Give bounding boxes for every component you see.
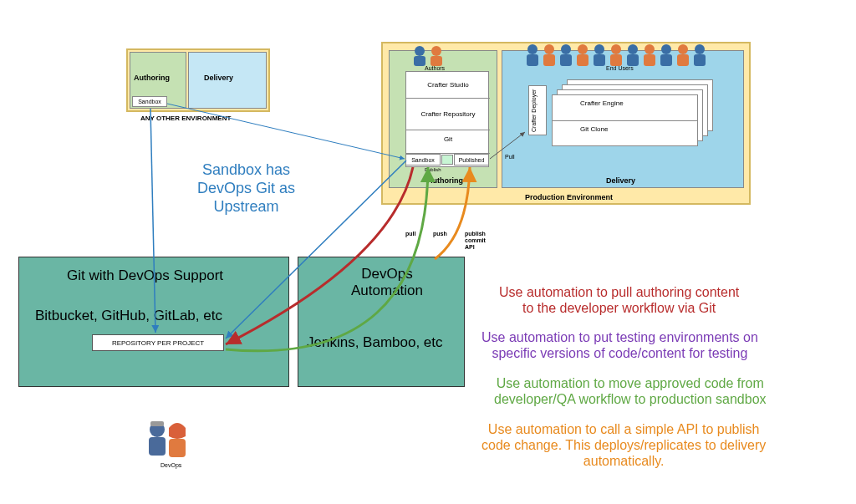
publish-action-label: Publish [425, 167, 441, 172]
svg-rect-23 [677, 54, 689, 66]
flow-label-api: publish commit API [465, 231, 486, 251]
svg-rect-11 [577, 54, 588, 66]
svg-point-18 [645, 44, 655, 54]
svg-rect-15 [610, 54, 622, 66]
svg-rect-19 [644, 54, 655, 66]
devops-title-line: DevOps [361, 266, 412, 282]
note-testing-env: Use automation to put testing environmen… [482, 329, 758, 361]
svg-rect-27 [149, 437, 166, 456]
crafter-deployer-box: Crafter Deployer [528, 85, 547, 135]
svg-point-6 [544, 44, 554, 54]
prod-env-label: Production Environment [525, 193, 613, 201]
other-env-label: ANY OTHER ENVIRONMENT [140, 115, 231, 122]
note-publish-api: Use automation to call a simple API to p… [482, 421, 766, 469]
svg-point-20 [661, 44, 671, 54]
svg-rect-21 [660, 54, 672, 66]
svg-point-14 [611, 44, 621, 54]
other-sandbox-box: Sandbox [132, 96, 167, 107]
note-line: specific versions of code/content for te… [492, 346, 747, 360]
engine-divider [552, 120, 698, 121]
svg-rect-5 [527, 54, 538, 66]
sandbox-note-line: Sandbox has [202, 161, 290, 178]
engine-stack [552, 79, 715, 146]
note-line: Use automation to pull authoring content [499, 285, 739, 299]
flow-api-line: API [465, 244, 475, 250]
note-line: to the developer workflow via Git [522, 301, 716, 315]
prod-delivery-label: Delivery [606, 176, 635, 185]
sandbox-note-line: Upstream [214, 198, 279, 215]
crafter-studio-box: Crafter Studio [406, 72, 490, 99]
devops-people-label: DevOps [160, 462, 181, 468]
git-clone-label: Git Clone [580, 125, 608, 133]
svg-point-10 [578, 44, 588, 54]
other-authoring-label: Authoring [134, 74, 170, 82]
note-move-approved: Use automation to move approved code fro… [494, 375, 767, 407]
endusers-label: End Users [606, 65, 634, 71]
flow-api-line: commit [465, 237, 486, 243]
note-line: Use automation to move approved code fro… [497, 376, 764, 390]
flow-label-push: push [433, 231, 447, 237]
prod-published-box: Published [454, 154, 489, 165]
svg-point-8 [561, 44, 571, 54]
svg-point-16 [628, 44, 638, 54]
note-line: code change. This deploys/replicates to … [482, 438, 766, 452]
prod-authoring-label: Authoring [427, 176, 463, 185]
note-line: developer/QA workflow to production sand… [494, 392, 767, 406]
publish-arrow-icon [441, 155, 453, 165]
sandbox-note-line: DevOps Git as [197, 180, 295, 196]
delivery-pull-label: Pull [505, 154, 515, 160]
devops-automation-title: DevOps Automation [351, 266, 423, 299]
note-line: Use automation to call a simple API to p… [488, 422, 760, 436]
svg-point-0 [415, 46, 425, 56]
crafter-stack: Crafter Studio Crafter Repository Git [405, 71, 489, 167]
crafter-repo-box: Crafter Repository [406, 99, 490, 130]
authors-label: Authors [425, 65, 445, 71]
svg-point-2 [431, 46, 441, 56]
svg-rect-25 [694, 54, 706, 66]
note-line: automatically. [583, 454, 665, 468]
prod-sandbox-box: Sandbox [405, 154, 441, 165]
note-pull-authoring: Use automation to pull authoring content… [499, 284, 739, 316]
devops-title-line: Automation [351, 283, 423, 298]
devops-people-icon [144, 418, 194, 461]
svg-rect-28 [150, 421, 164, 426]
svg-rect-17 [627, 54, 639, 66]
note-line: Use automation to put testing environmen… [482, 330, 758, 344]
git-devops-title: Git with DevOps Support [67, 267, 223, 284]
sandbox-upstream-note: Sandbox has DevOps Git as Upstream [197, 160, 295, 216]
svg-point-22 [678, 44, 688, 54]
devops-automation-subtitle: Jenkins, Bamboo, etc [307, 334, 443, 351]
svg-point-12 [594, 44, 604, 54]
crafter-git-box: Git [406, 130, 490, 154]
other-delivery-label: Delivery [204, 74, 233, 82]
git-devops-subtitle: Bitbucket, GitHub, GitLab, etc [35, 308, 222, 324]
flow-label-pull: pull [405, 231, 415, 237]
crafter-engine-label: Crafter Engine [580, 99, 624, 107]
svg-point-4 [527, 44, 538, 54]
svg-rect-30 [169, 439, 186, 457]
svg-rect-7 [543, 54, 555, 66]
repository-per-project-box: REPOSITORY PER PROJECT [92, 334, 224, 351]
svg-rect-1 [414, 56, 425, 66]
flow-api-line: publish [465, 231, 486, 237]
svg-point-24 [695, 44, 705, 54]
svg-rect-9 [560, 54, 572, 66]
svg-rect-13 [594, 54, 605, 66]
